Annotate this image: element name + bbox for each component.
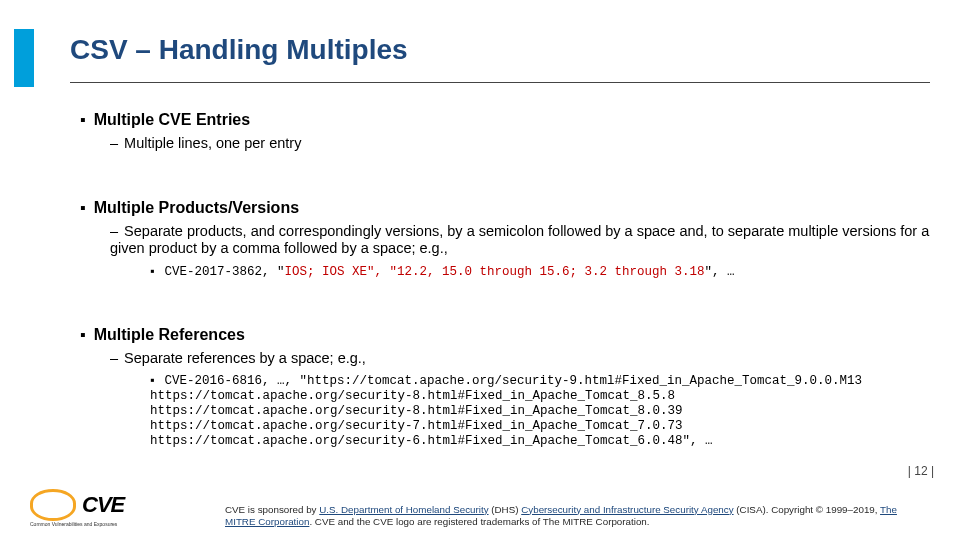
footer-pre: CVE is sponsored by [225, 504, 319, 515]
section-heading: Multiple CVE Entries [94, 111, 250, 128]
footer-post: (CISA). Copyright © 1999–2019, [734, 504, 880, 515]
page-number: | 12 | [908, 464, 934, 478]
code-post: ", … [705, 265, 735, 279]
logo-text: CVE [82, 492, 124, 518]
code-full: CVE-2016-6816, …, "https://tomcat.apache… [150, 374, 862, 448]
code-highlight: IOS; IOS XE", "12.2, 15.0 through 15.6; … [284, 265, 704, 279]
footer-line2: . CVE and the CVE logo are registered tr… [309, 516, 649, 527]
bullet-lvl1: ▪Multiple CVE Entries [80, 110, 930, 129]
logo-subtitle: Common Vulnerabilities and Exposures [30, 521, 117, 527]
section-heading: Multiple References [94, 326, 245, 343]
bullet-lvl3: ▪CVE-2017-3862, "IOS; IOS XE", "12.2, 15… [150, 264, 930, 280]
bullet-lvl2: –Separate references by a space; e.g., [110, 350, 930, 367]
accent-bar [14, 29, 34, 87]
page-title: CSV – Handling Multiples [70, 34, 408, 66]
bullet-lvl2: –Separate products, and correspondingly … [110, 223, 930, 258]
logo-oval-icon [30, 489, 76, 521]
section-sub: Separate products, and correspondingly v… [110, 223, 929, 256]
code-pre: CVE-2017-3862, " [164, 265, 284, 279]
bullet-lvl1: ▪Multiple Products/Versions [80, 198, 930, 217]
title-divider [70, 82, 930, 83]
bullet-lvl1: ▪Multiple References [80, 325, 930, 344]
footer-text: CVE is sponsored by U.S. Department of H… [225, 504, 930, 528]
footer-link-dhs[interactable]: U.S. Department of Homeland Security [319, 504, 488, 515]
section-sub: Separate references by a space; e.g., [124, 350, 366, 366]
content-body: ▪Multiple CVE Entries –Multiple lines, o… [70, 110, 930, 449]
bullet-lvl2: –Multiple lines, one per entry [110, 135, 930, 152]
section-sub: Multiple lines, one per entry [124, 135, 301, 151]
footer-mid: (DHS) [489, 504, 522, 515]
footer-link-cisa[interactable]: Cybersecurity and Infrastructure Securit… [521, 504, 733, 515]
slide: CSV – Handling Multiples ▪Multiple CVE E… [0, 0, 960, 540]
cve-logo: CVE Common Vulnerabilities and Exposures [30, 484, 200, 526]
bullet-lvl3: ▪CVE-2016-6816, …, "https://tomcat.apach… [150, 373, 930, 449]
section-heading: Multiple Products/Versions [94, 199, 299, 216]
